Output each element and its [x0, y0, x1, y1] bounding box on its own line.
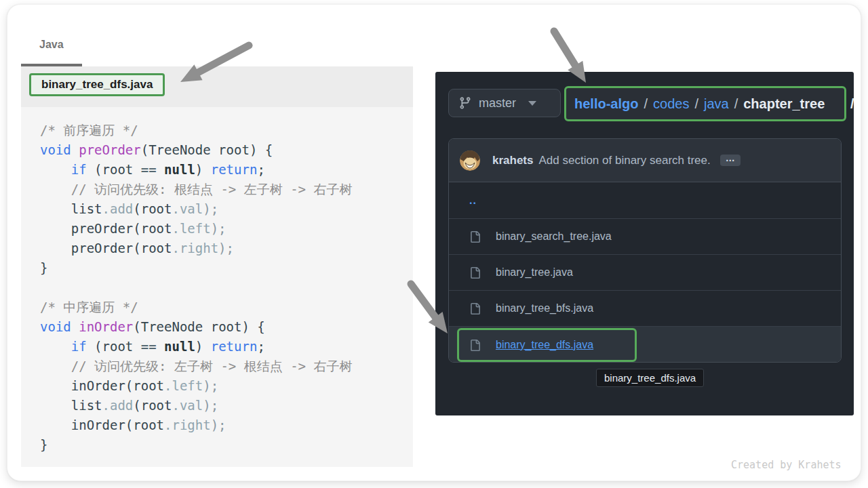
- breadcrumb-java[interactable]: java: [704, 96, 729, 112]
- file-name-link[interactable]: binary_tree.java: [496, 266, 573, 279]
- annotation-box-selected-file: binary_tree_dfs.java: [457, 328, 637, 362]
- filename-label: binary_tree_dfs.java: [41, 78, 153, 91]
- code-line: if (root == null) return;: [40, 160, 413, 180]
- code-line: list.add(root.val);: [40, 396, 413, 415]
- annotation-box-filename: binary_tree_dfs.java: [29, 73, 165, 96]
- breadcrumb-hello-algo[interactable]: hello-algo: [574, 96, 638, 112]
- commit-message-link[interactable]: Add section of binary search tree.: [538, 154, 710, 167]
- breadcrumb-separator: /: [734, 96, 738, 112]
- breadcrumb-separator: /: [694, 96, 698, 112]
- code-line: if (root == null) return;: [40, 337, 413, 357]
- code-line: preOrder(root.right);: [40, 239, 413, 258]
- tab-java[interactable]: Java: [39, 39, 64, 51]
- file-row-parent[interactable]: ..: [449, 182, 841, 218]
- breadcrumb-separator: /: [644, 96, 648, 112]
- code-line: void preOrder(TreeNode root) {: [40, 140, 413, 160]
- latest-commit-bar: krahets Add section of binary search tre…: [449, 139, 841, 182]
- code-line: [40, 278, 413, 298]
- footer-credit: Created by Krahets: [731, 459, 842, 471]
- caret-down-icon: [528, 101, 536, 106]
- file-name-link[interactable]: binary_search_tree.java: [496, 230, 612, 243]
- code-line: // 访问优先级: 左子树 -> 根结点 -> 右子树: [40, 357, 413, 376]
- code-line: inOrder(root.right);: [40, 415, 413, 435]
- code-line: /* 前序遍历 */: [40, 121, 413, 140]
- branch-selector-button[interactable]: master: [448, 89, 561, 117]
- file-icon: [469, 231, 481, 243]
- breadcrumb-chapter_tree: chapter_tree: [743, 96, 825, 112]
- file-icon: [469, 303, 481, 314]
- file-list: ..binary_search_tree.javabinary_tree.jav…: [449, 182, 841, 362]
- code-line: list.add(root.val);: [40, 199, 413, 219]
- github-panel: master hello-algo/codes/java/chapter_tre…: [435, 72, 854, 415]
- breadcrumb-codes[interactable]: codes: [653, 96, 689, 112]
- file-row[interactable]: binary_tree_dfs.java: [449, 326, 841, 362]
- commit-author-link[interactable]: krahets: [492, 154, 533, 167]
- code-line: preOrder(root.left);: [40, 219, 413, 239]
- commit-details-button[interactable]: …: [720, 155, 741, 166]
- filename-tooltip: binary_tree_dfs.java: [596, 369, 704, 387]
- screenshot-card: Java binary_tree_dfs.java /* 前序遍历 */void…: [7, 4, 861, 481]
- git-branch-icon: [458, 96, 472, 110]
- file-row[interactable]: binary_tree_bfs.java: [449, 290, 841, 326]
- branch-label: master: [479, 96, 516, 110]
- code-line: /* 中序遍历 */: [40, 298, 413, 317]
- file-row[interactable]: binary_tree.java: [449, 254, 841, 290]
- file-browser-box: krahets Add section of binary search tre…: [448, 138, 842, 363]
- file-icon: [469, 267, 481, 279]
- file-name-link[interactable]: binary_tree_bfs.java: [496, 302, 593, 314]
- file-name-link-active[interactable]: binary_tree_dfs.java: [496, 339, 593, 351]
- code-line: inOrder(root.left);: [40, 376, 413, 396]
- code-block: /* 前序遍历 */void preOrder(TreeNode root) {…: [21, 107, 413, 467]
- code-line: // 访问优先级: 根结点 -> 左子树 -> 右子树: [40, 180, 413, 199]
- parent-directory-link[interactable]: ..: [469, 195, 477, 207]
- file-icon: [469, 340, 481, 351]
- code-line: }: [40, 435, 413, 455]
- annotation-box-breadcrumb: hello-algo/codes/java/chapter_tree: [564, 86, 846, 121]
- code-block-header: binary_tree_dfs.java: [21, 66, 413, 108]
- breadcrumb-trailing-slash: /: [850, 86, 854, 121]
- file-row[interactable]: binary_search_tree.java: [449, 218, 841, 254]
- avatar[interactable]: [460, 150, 480, 171]
- code-line: void inOrder(TreeNode root) {: [40, 317, 413, 337]
- code-line: }: [40, 258, 413, 278]
